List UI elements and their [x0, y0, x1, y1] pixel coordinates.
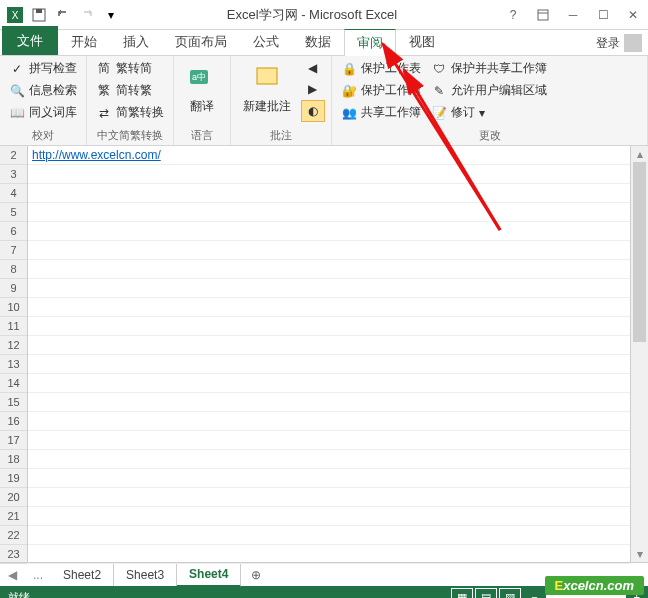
ribbon-display-button[interactable] [532, 4, 554, 26]
track-changes-button[interactable]: 📝修订 ▾ [428, 102, 550, 123]
sheet-nav-prev[interactable]: ◀ [0, 568, 25, 582]
cell-row[interactable] [28, 165, 630, 184]
tab-data[interactable]: 数据 [292, 28, 344, 55]
cell-row[interactable] [28, 545, 630, 564]
normal-view-button[interactable]: ▦ [451, 588, 473, 598]
spelling-button[interactable]: ✓拼写检查 [6, 58, 80, 79]
scroll-up-arrow[interactable]: ▴ [631, 146, 648, 162]
zoom-out-button[interactable]: − [531, 591, 537, 598]
row-header[interactable]: 22 [0, 526, 27, 545]
row-header[interactable]: 3 [0, 165, 27, 184]
login-label: 登录 [596, 35, 620, 52]
row-header[interactable]: 5 [0, 203, 27, 222]
sheet-tab[interactable]: Sheet3 [114, 564, 177, 586]
prev-comment-button[interactable]: ◀ [301, 58, 325, 78]
cell-row[interactable] [28, 507, 630, 526]
chinese-convert-button[interactable]: ⇄简繁转换 [93, 102, 167, 123]
avatar-icon [624, 34, 642, 52]
sheet-tab[interactable]: Sheet2 [51, 564, 114, 586]
help-button[interactable]: ? [502, 4, 524, 26]
protect-sheet-button[interactable]: 🔒保护工作表 [338, 58, 424, 79]
thesaurus-button[interactable]: 📖同义词库 [6, 102, 80, 123]
tab-review[interactable]: 审阅 [344, 29, 396, 56]
allow-edit-button[interactable]: ✎允许用户编辑区域 [428, 80, 550, 101]
row-header[interactable]: 13 [0, 355, 27, 374]
tab-view[interactable]: 视图 [396, 28, 448, 55]
scroll-thumb[interactable] [633, 162, 646, 342]
undo-button[interactable] [52, 4, 74, 26]
research-button[interactable]: 🔍信息检索 [6, 80, 80, 101]
cell-row[interactable] [28, 298, 630, 317]
trad-to-simp-button[interactable]: 简繁转简 [93, 58, 167, 79]
save-button[interactable] [28, 4, 50, 26]
simp-to-trad-button[interactable]: 繁简转繁 [93, 80, 167, 101]
cell-row[interactable] [28, 469, 630, 488]
tab-formulas[interactable]: 公式 [240, 28, 292, 55]
minimize-button[interactable]: ─ [562, 4, 584, 26]
row-header[interactable]: 7 [0, 241, 27, 260]
cell-row[interactable] [28, 488, 630, 507]
show-comment-button[interactable]: ◐ [301, 100, 325, 122]
row-header[interactable]: 10 [0, 298, 27, 317]
cell-row[interactable] [28, 184, 630, 203]
protect-workbook-button[interactable]: 🔐保护工作簿 [338, 80, 424, 101]
row-header[interactable]: 14 [0, 374, 27, 393]
sheet-nav-more[interactable]: ... [25, 568, 51, 582]
translate-button[interactable]: a中 翻译 [180, 58, 224, 126]
page-break-view-button[interactable]: ▧ [499, 588, 521, 598]
tab-page-layout[interactable]: 页面布局 [162, 28, 240, 55]
cell-row[interactable] [28, 203, 630, 222]
login-area[interactable]: 登录 [596, 34, 642, 52]
cell-row[interactable] [28, 431, 630, 450]
cell-row[interactable] [28, 412, 630, 431]
qat-dropdown[interactable]: ▾ [100, 4, 122, 26]
cell-row[interactable] [28, 260, 630, 279]
redo-button[interactable] [76, 4, 98, 26]
cell-row[interactable] [28, 526, 630, 545]
hyperlink-cell[interactable]: http://www.excelcn.com/ [28, 148, 161, 162]
cells-area[interactable]: http://www.excelcn.com/ [28, 146, 630, 562]
row-header[interactable]: 8 [0, 260, 27, 279]
cell-row[interactable] [28, 450, 630, 469]
row-header[interactable]: 18 [0, 450, 27, 469]
row-header[interactable]: 11 [0, 317, 27, 336]
vertical-scrollbar[interactable]: ▴ ▾ [630, 146, 648, 562]
cell-row[interactable] [28, 241, 630, 260]
protect-share-button[interactable]: 🛡保护并共享工作簿 [428, 58, 550, 79]
cell-row[interactable] [28, 393, 630, 412]
excel-icon[interactable]: X [4, 4, 26, 26]
row-header[interactable]: 9 [0, 279, 27, 298]
cell-row[interactable] [28, 355, 630, 374]
row-header[interactable]: 15 [0, 393, 27, 412]
tab-file[interactable]: 文件 [2, 26, 58, 55]
cell-row[interactable] [28, 336, 630, 355]
row-header[interactable]: 21 [0, 507, 27, 526]
row-header[interactable]: 16 [0, 412, 27, 431]
row-header[interactable]: 4 [0, 184, 27, 203]
cell-row[interactable] [28, 279, 630, 298]
row-header[interactable]: 2 [0, 146, 27, 165]
cell-row[interactable] [28, 222, 630, 241]
row-header[interactable]: 19 [0, 469, 27, 488]
tab-insert[interactable]: 插入 [110, 28, 162, 55]
scroll-down-arrow[interactable]: ▾ [631, 546, 648, 562]
page-layout-view-button[interactable]: ▤ [475, 588, 497, 598]
next-comment-button[interactable]: ▶ [301, 79, 325, 99]
close-button[interactable]: ✕ [622, 4, 644, 26]
row-header[interactable]: 12 [0, 336, 27, 355]
new-comment-button[interactable]: 新建批注 [237, 58, 297, 126]
row-header[interactable]: 6 [0, 222, 27, 241]
group-label: 中文简繁转换 [93, 126, 167, 143]
row-header[interactable]: 23 [0, 545, 27, 564]
cell-row[interactable] [28, 317, 630, 336]
sheet-tab-active[interactable]: Sheet4 [177, 563, 241, 587]
add-sheet-button[interactable]: ⊕ [241, 568, 271, 582]
cell-row[interactable] [28, 374, 630, 393]
row-header[interactable]: 17 [0, 431, 27, 450]
row-header[interactable]: 20 [0, 488, 27, 507]
research-icon: 🔍 [9, 83, 25, 99]
share-workbook-button[interactable]: 👥共享工作簿 [338, 102, 424, 123]
cell-row[interactable]: http://www.excelcn.com/ [28, 146, 630, 165]
maximize-button[interactable]: ☐ [592, 4, 614, 26]
tab-home[interactable]: 开始 [58, 28, 110, 55]
